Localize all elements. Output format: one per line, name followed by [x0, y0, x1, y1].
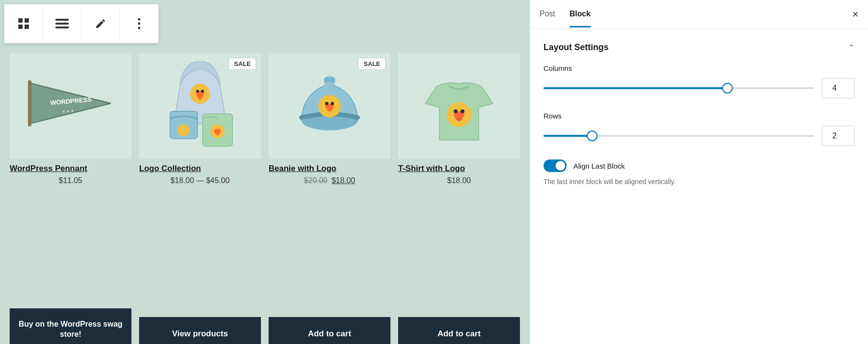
svg-point-7: [138, 18, 141, 21]
svg-point-32: [460, 109, 464, 113]
tab-block[interactable]: Block: [570, 1, 591, 27]
layout-settings-title: Layout Settings: [544, 42, 609, 53]
view-products-button[interactable]: View products: [139, 317, 261, 344]
product-grid: WORDPRESS ★ ★ ★ WordPress Pennant $11.05…: [0, 43, 530, 301]
product-image-logo-collection: SALE: [139, 53, 261, 159]
align-last-block-label: Align Last Block: [573, 162, 625, 170]
layout-settings-chevron-icon[interactable]: ⌃: [848, 43, 855, 52]
rows-slider-thumb[interactable]: [587, 131, 597, 141]
product-price-wordpress-pennant: $11.05: [10, 176, 131, 185]
more-options-button[interactable]: [120, 4, 158, 43]
svg-rect-5: [55, 23, 69, 25]
grid-view-button[interactable]: [4, 4, 43, 43]
svg-point-16: [196, 90, 199, 93]
svg-point-26: [331, 102, 334, 105]
action-card-beanie: Add to cart: [265, 304, 394, 344]
toggle-knob: [556, 161, 565, 171]
svg-point-17: [201, 90, 204, 93]
align-last-block-toggle[interactable]: [544, 159, 567, 172]
product-image-tshirt-with-logo: [398, 53, 520, 159]
columns-slider-thumb[interactable]: [722, 83, 733, 93]
svg-rect-13: [28, 80, 31, 126]
svg-rect-6: [55, 26, 69, 28]
product-name-logo-collection[interactable]: Logo Collection: [139, 164, 261, 173]
svg-rect-2: [18, 25, 23, 29]
rows-setting: Rows: [544, 112, 855, 146]
main-product-area: WORDPRESS ★ ★ ★ WordPress Pennant $11.05…: [0, 0, 530, 344]
columns-slider-container: [544, 83, 814, 93]
product-name-beanie-with-logo[interactable]: Beanie with Logo: [269, 164, 390, 173]
svg-point-8: [138, 23, 141, 25]
sale-badge-beanie-with-logo: SALE: [358, 58, 386, 70]
product-image-wordpress-pennant: WORDPRESS ★ ★ ★: [10, 53, 131, 159]
svg-point-25: [325, 102, 328, 105]
rows-slider-container: [544, 131, 814, 141]
action-card-logo-collection: View products: [135, 304, 265, 344]
columns-number-input[interactable]: [822, 78, 855, 98]
product-buttons-row: Buy on the WordPress swag store! View pr…: [0, 301, 530, 344]
product-card-beanie-with-logo: SALE: [265, 49, 394, 301]
edit-button[interactable]: [81, 4, 120, 43]
svg-point-33: [456, 117, 462, 120]
sale-badge-logo-collection: SALE: [229, 58, 256, 70]
svg-point-9: [138, 27, 141, 29]
svg-rect-3: [25, 25, 29, 29]
columns-slider-track: [544, 87, 814, 89]
svg-point-28: [324, 77, 330, 82]
align-last-block-description: The last inner block will be aligned ver…: [544, 177, 855, 187]
svg-point-31: [453, 109, 457, 113]
block-toolbar: [4, 4, 159, 43]
svg-rect-4: [55, 19, 69, 21]
add-to-cart-beanie-button[interactable]: Add to cart: [269, 317, 390, 344]
product-price-tshirt-with-logo: $18.00: [398, 176, 520, 185]
columns-slider-row: [544, 78, 855, 98]
list-view-button[interactable]: [43, 4, 81, 43]
rows-slider-track: [544, 135, 814, 137]
align-last-block-row: Align Last Block: [544, 159, 855, 172]
svg-point-21: [178, 124, 190, 136]
align-last-block-setting: Align Last Block The last inner block wi…: [544, 159, 855, 187]
svg-rect-0: [18, 18, 23, 23]
add-to-cart-tshirt-button[interactable]: Add to cart: [398, 317, 520, 344]
panel-content: Layout Settings ⌃ Columns Rows: [530, 29, 868, 344]
product-name-wordpress-pennant[interactable]: WordPress Pennant: [10, 164, 131, 173]
panel-tabs: Post Block ×: [530, 0, 868, 29]
product-card-logo-collection: SALE: [135, 49, 265, 301]
buy-pennant-button[interactable]: Buy on the WordPress swag store!: [10, 308, 131, 344]
product-image-beanie-with-logo: SALE: [269, 53, 390, 159]
right-panel: Post Block × Layout Settings ⌃ Columns: [530, 0, 868, 344]
product-price-beanie-with-logo: $20.00 $18.00: [269, 176, 390, 185]
rows-slider-row: [544, 126, 855, 146]
svg-rect-1: [25, 18, 29, 23]
product-price-logo-collection: $18.00 — $45.00: [139, 176, 261, 185]
rows-number-input[interactable]: [822, 126, 855, 146]
columns-slider-fill: [544, 87, 727, 89]
tabs-container: Post Block: [540, 1, 591, 27]
rows-slider-fill: [544, 135, 592, 137]
product-name-tshirt-with-logo[interactable]: T-Shirt with Logo: [398, 164, 520, 173]
panel-close-button[interactable]: ×: [852, 9, 858, 20]
price-original-beanie: $20.00: [304, 176, 327, 185]
action-card-pennant: Buy on the WordPress swag store!: [6, 304, 135, 344]
columns-setting: Columns: [544, 64, 855, 98]
price-sale-beanie: $18.00: [332, 176, 355, 185]
columns-label: Columns: [544, 64, 855, 72]
svg-point-29: [329, 77, 335, 82]
product-card-tshirt-with-logo: T-Shirt with Logo $18.00: [394, 49, 524, 301]
product-card-wordpress-pennant: WORDPRESS ★ ★ ★ WordPress Pennant $11.05: [6, 49, 135, 301]
tab-post[interactable]: Post: [540, 1, 555, 27]
action-card-tshirt: Add to cart: [394, 304, 524, 344]
layout-settings-header: Layout Settings ⌃: [544, 42, 855, 53]
rows-label: Rows: [544, 112, 855, 120]
